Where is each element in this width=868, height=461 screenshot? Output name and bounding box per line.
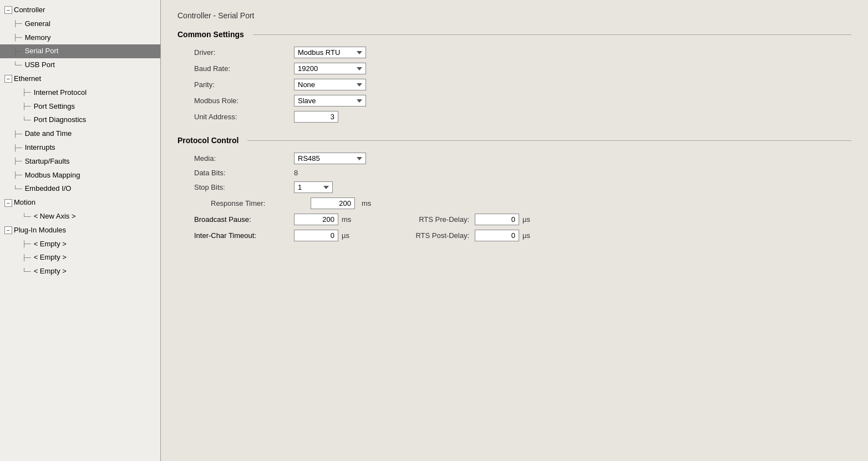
expand-icon-motion[interactable]: −	[4, 199, 12, 207]
tree-item-empty3[interactable]: └─ < Empty >	[0, 265, 160, 278]
rts-post-delay-label: RTS Post-Delay:	[392, 231, 475, 240]
tree-label-memory: Memory	[25, 32, 51, 44]
tree-label-startupfaults: Startup/Faults	[25, 156, 70, 168]
connector-empty2: ├─	[22, 253, 33, 263]
tree-item-modbusmapping[interactable]: ├─ Modbus Mapping	[0, 169, 160, 183]
tree-item-memory[interactable]: ├─ Memory	[0, 31, 160, 45]
tree-label-empty3: < Empty >	[34, 266, 67, 277]
left-panel: −Controller├─ General├─ Memory├─ Serial …	[0, 0, 161, 461]
tree-item-startupfaults[interactable]: ├─ Startup/Faults	[0, 155, 160, 169]
connector-modbusmapping: ├─	[13, 170, 24, 180]
connector-embeddedio: └─	[13, 184, 24, 194]
tree-label-newaxis: < New Axis >	[34, 211, 76, 222]
tree-label-empty1: < Empty >	[34, 239, 67, 250]
tree-item-motion[interactable]: −Motion	[0, 196, 160, 210]
interchar-timeout-input[interactable]	[294, 230, 338, 241]
driver-control: Modbus RTU Modbus ASCII None	[294, 47, 366, 58]
broadcast-pause-label: Broadcast Pause:	[194, 215, 294, 224]
rts-pre-delay-label: RTS Pre-Delay:	[392, 215, 475, 224]
tree-item-interrupts[interactable]: ├─ Interrupts	[0, 141, 160, 155]
common-settings-section: Common Settings Driver: Modbus RTU Modbu…	[177, 30, 851, 123]
tree-item-embeddedio[interactable]: └─ Embedded I/O	[0, 182, 160, 196]
tree-item-internetprotocol[interactable]: ├─ Internet Protocol	[0, 86, 160, 100]
response-timer-unit: ms	[358, 199, 375, 207]
media-label: Media:	[194, 154, 221, 163]
unit-address-control	[294, 111, 338, 123]
tree-label-usbport: USB Port	[25, 59, 55, 71]
tree-item-portdiagnostics[interactable]: └─ Port Diagnostics	[0, 113, 160, 127]
common-settings-form: Driver: Modbus RTU Modbus ASCII None Bau…	[177, 47, 851, 123]
common-settings-title: Common Settings	[177, 30, 244, 39]
tree-container[interactable]: −Controller├─ General├─ Memory├─ Serial …	[0, 0, 160, 461]
driver-select[interactable]: Modbus RTU Modbus ASCII None	[294, 47, 366, 58]
tree-item-controller[interactable]: −Controller	[0, 3, 160, 17]
unit-address-label: Unit Address:	[194, 113, 242, 121]
unit-address-input[interactable]	[294, 111, 338, 123]
tree-item-newaxis[interactable]: └─ < New Axis >	[0, 210, 160, 224]
tree-item-datetime[interactable]: ├─ Date and Time	[0, 127, 160, 141]
tree-item-empty2[interactable]: ├─ < Empty >	[0, 251, 160, 265]
connector-memory: ├─	[13, 33, 24, 43]
rts-pre-delay-input[interactable]	[475, 214, 519, 225]
rts-post-delay-unit: µs	[522, 231, 530, 240]
tree-item-empty1[interactable]: ├─ < Empty >	[0, 237, 160, 251]
broadcast-pause-unit: ms	[342, 215, 358, 224]
protocol-control-section: Protocol Control Media: RS485 RS232 Data…	[177, 136, 851, 241]
tree-item-plugins[interactable]: −Plug-In Modules	[0, 224, 160, 237]
tree-item-portsettings[interactable]: ├─ Port Settings	[0, 100, 160, 114]
modbus-role-control: Slave Master	[294, 95, 366, 107]
connector-interrupts: ├─	[13, 143, 24, 153]
broadcast-pause-input[interactable]	[294, 214, 338, 225]
connector-startupfaults: ├─	[13, 156, 24, 166]
connector-portsettings: ├─	[22, 102, 33, 112]
connector-portdiagnostics: └─	[22, 115, 33, 125]
rts-post-delay-input[interactable]	[475, 230, 519, 241]
expand-icon-plugins[interactable]: −	[4, 226, 12, 234]
protocol-control-title: Protocol Control	[177, 136, 238, 145]
connector-usbport: └─	[13, 60, 24, 70]
connector-empty3: └─	[22, 267, 33, 277]
broadcast-pause-row: Broadcast Pause: ms RTS Pre-Delay: µs	[194, 214, 851, 225]
modbus-role-label: Modbus Role:	[194, 97, 244, 105]
common-settings-divider	[253, 34, 851, 35]
baud-rate-label: Baud Rate:	[194, 64, 236, 73]
tree-item-general[interactable]: ├─ General	[0, 17, 160, 31]
expand-icon-controller[interactable]: −	[4, 6, 12, 14]
tree-item-usbport[interactable]: └─ USB Port	[0, 58, 160, 72]
tree-label-datetime: Date and Time	[25, 128, 72, 140]
tree-label-internetprotocol: Internet Protocol	[34, 87, 87, 99]
stop-bits-control: 1 2	[294, 181, 333, 193]
connector-datetime: ├─	[13, 129, 24, 139]
tree-label-modbusmapping: Modbus Mapping	[25, 170, 80, 181]
connector-internetprotocol: ├─	[22, 88, 33, 98]
connector-empty1: ├─	[22, 239, 33, 249]
rts-pre-delay-unit: µs	[522, 215, 530, 224]
protocol-control-form: Media: RS485 RS232 Data Bits: 8 Stop Bit…	[177, 153, 851, 193]
connector-serialport: ├─	[13, 47, 24, 57]
tree-label-embeddedio: Embedded I/O	[25, 183, 72, 195]
baud-rate-control: 9600 19200 38400 57600 115200	[294, 63, 366, 74]
media-select[interactable]: RS485 RS232	[294, 153, 366, 164]
tree-label-serialport: Serial Port	[25, 45, 59, 57]
media-control: RS485 RS232	[294, 153, 366, 164]
expand-icon-ethernet[interactable]: −	[4, 75, 12, 83]
right-panel: Controller - Serial Port Common Settings…	[161, 0, 868, 461]
tree-label-portsettings: Port Settings	[34, 101, 75, 113]
tree-item-ethernet[interactable]: −Ethernet	[0, 72, 160, 86]
data-bits-label: Data Bits:	[194, 169, 231, 177]
tree-label-general: General	[25, 18, 50, 30]
tree-item-serialport[interactable]: ├─ Serial Port	[0, 44, 160, 58]
modbus-role-select[interactable]: Slave Master	[294, 95, 366, 107]
response-timer-input[interactable]	[311, 197, 355, 209]
data-bits-value: 8	[294, 169, 416, 177]
tree-label-motion: Motion	[14, 197, 35, 209]
parity-select[interactable]: None Even Odd	[294, 79, 366, 90]
protocol-control-divider	[247, 140, 851, 141]
tree-label-empty2: < Empty >	[34, 252, 67, 264]
tree-label-plugins: Plug-In Modules	[14, 225, 66, 236]
protocol-control-header: Protocol Control	[177, 136, 851, 145]
driver-label: Driver:	[194, 48, 221, 57]
tree-label-controller: Controller	[14, 4, 45, 16]
stop-bits-select[interactable]: 1 2	[294, 181, 333, 193]
baud-rate-select[interactable]: 9600 19200 38400 57600 115200	[294, 63, 366, 74]
